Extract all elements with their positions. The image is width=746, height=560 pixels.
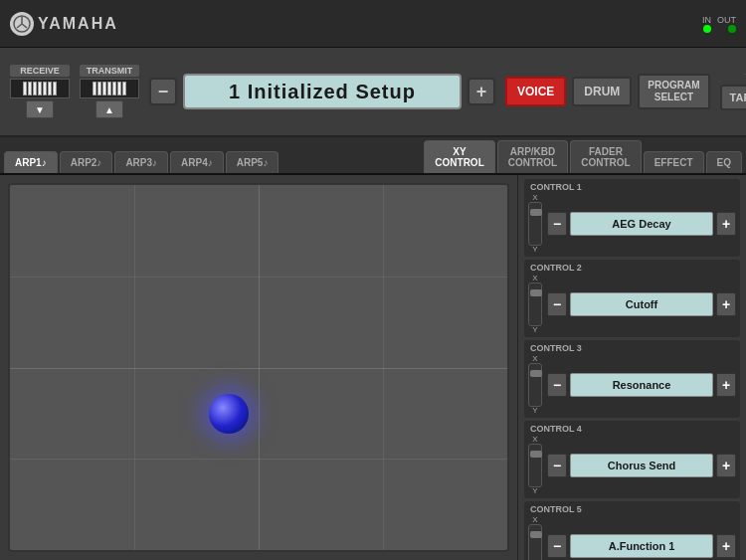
tab-arp4[interactable]: ARP4♪: [170, 151, 224, 173]
xy-pad[interactable]: [8, 183, 509, 552]
tab-arp1[interactable]: ARP1♪: [4, 151, 58, 173]
header-bar: YAMAHA IN OUT: [0, 0, 746, 48]
control-row-5: X Y − A.Function 1 +: [528, 516, 736, 560]
x-slider-2[interactable]: [528, 282, 542, 326]
transmit-keyboard-icon: [80, 79, 139, 98]
x-slider-4[interactable]: [528, 444, 542, 487]
tab-arp2[interactable]: ARP2♪: [60, 151, 113, 173]
control-block-4: CONTROL 4 X Y − Chorus Send +: [524, 421, 740, 498]
preset-prev-button[interactable]: −: [149, 78, 177, 105]
voice-button[interactable]: VOICE: [505, 77, 566, 106]
x-slider-thumb-1: [530, 209, 542, 216]
tap-button[interactable]: TAP: [720, 85, 746, 110]
control-label-1: CONTROL 1: [528, 182, 736, 192]
xy-slider-1: X Y: [528, 194, 542, 254]
preset-display: 1 Initialized Setup: [183, 74, 462, 109]
control-value-4: Chorus Send: [570, 454, 713, 477]
control-row-4: X Y − Chorus Send +: [528, 436, 736, 495]
drum-button[interactable]: DRUM: [572, 77, 632, 106]
x-slider-thumb-5: [530, 531, 542, 538]
xy-grid-h2: [10, 277, 507, 278]
control-block-1: CONTROL 1 X Y − AEG Decay +: [524, 179, 740, 257]
preset-next-button[interactable]: +: [467, 78, 495, 105]
control-label-3: CONTROL 3: [528, 343, 736, 353]
control-row-2: X Y − Cutoff +: [528, 275, 736, 334]
control-rows: CONTROL 1 X Y − AEG Decay + CONTROL 2 X: [524, 179, 740, 560]
out-label: OUT: [717, 15, 736, 25]
transmit-up-arrow[interactable]: ▲: [95, 100, 123, 118]
x-slider-5[interactable]: [528, 524, 542, 560]
transmit-block: TRANSMIT ▲: [80, 65, 139, 118]
control-block-5: CONTROL 5 X Y − A.Function 1 +: [524, 501, 740, 560]
tab-arp3[interactable]: ARP3♪: [114, 151, 168, 173]
xy-slider-2: X Y: [528, 275, 542, 334]
tabs-row: ARP1♪ ARP2♪ ARP3♪ ARP4♪ ARP5♪ XYCONTROL …: [0, 137, 746, 175]
control-label-5: CONTROL 5: [528, 504, 736, 514]
xy-grid-v3: [383, 185, 384, 550]
control-minus-3[interactable]: −: [547, 373, 567, 397]
main-content: CONTROL 1 X Y − AEG Decay + CONTROL 2 X: [0, 175, 746, 560]
x-slider-thumb-4: [530, 451, 542, 458]
controls-row: RECEIVE ▼ TRANSMIT ▲ − 1 Initialized Set…: [0, 48, 746, 137]
yamaha-logo: YAMAHA: [10, 12, 118, 36]
xy-slider-5: X Y: [528, 516, 542, 560]
control-plus-2[interactable]: +: [716, 292, 736, 316]
control-value-5: A.Function 1: [570, 534, 713, 558]
tab-effect[interactable]: EFFECT: [644, 151, 704, 173]
control-value-2: Cutoff: [570, 292, 713, 316]
control-plus-4[interactable]: +: [716, 454, 736, 477]
receive-block: RECEIVE ▼: [10, 65, 70, 118]
x-slider-3[interactable]: [528, 363, 542, 407]
receive-down-arrow[interactable]: ▼: [26, 100, 54, 118]
out-led: [728, 25, 736, 33]
xy-slider-4: X Y: [528, 436, 542, 495]
tab-arp5[interactable]: ARP5♪: [226, 151, 280, 173]
receive-label: RECEIVE: [10, 65, 70, 77]
tempo-area: TEMPO TAP 90: [720, 73, 746, 111]
transmit-label: TRANSMIT: [80, 65, 139, 77]
receive-keyboard-icon: [10, 79, 70, 98]
program-select-button[interactable]: PROGRAM SELECT: [638, 74, 709, 109]
control-block-2: CONTROL 2 X Y − Cutoff +: [524, 260, 740, 337]
in-led: [703, 25, 711, 33]
tab-arp-kbd-control[interactable]: ARP/KBDCONTROL: [497, 140, 568, 173]
xy-ball[interactable]: [209, 394, 249, 434]
x-slider-thumb-3: [530, 370, 542, 377]
xy-pad-container: [0, 175, 517, 560]
brand-name: YAMAHA: [38, 15, 118, 33]
control-row-1: X Y − AEG Decay +: [528, 194, 736, 254]
xy-grid-vertical: [259, 185, 260, 550]
control-minus-5[interactable]: −: [547, 534, 567, 558]
control-plus-1[interactable]: +: [716, 212, 736, 236]
control-row-3: X Y − Resonance +: [528, 355, 736, 415]
xy-grid-h3: [10, 459, 507, 460]
x-slider-thumb-2: [530, 289, 542, 296]
tab-fader-control[interactable]: FADERCONTROL: [570, 140, 641, 173]
in-label: IN: [702, 15, 711, 25]
control-minus-4[interactable]: −: [547, 454, 567, 477]
control-minus-2[interactable]: −: [547, 292, 567, 316]
io-indicators: IN OUT: [702, 15, 736, 33]
control-label-2: CONTROL 2: [528, 263, 736, 273]
yamaha-circle-icon: [10, 12, 34, 36]
control-label-4: CONTROL 4: [528, 424, 736, 434]
preset-area: − 1 Initialized Setup +: [149, 74, 495, 109]
xy-grid-v2: [134, 185, 135, 550]
control-minus-1[interactable]: −: [547, 212, 567, 236]
tab-eq[interactable]: EQ: [706, 151, 742, 173]
tab-xy-control[interactable]: XYCONTROL: [424, 140, 494, 173]
right-panel: CONTROL 1 X Y − AEG Decay + CONTROL 2 X: [517, 175, 746, 560]
xy-slider-3: X Y: [528, 355, 542, 415]
control-plus-3[interactable]: +: [716, 373, 736, 397]
control-value-1: AEG Decay: [570, 212, 713, 236]
mode-area: VOICE DRUM PROGRAM SELECT: [505, 74, 710, 109]
control-block-3: CONTROL 3 X Y − Resonance +: [524, 340, 740, 418]
x-slider-1[interactable]: [528, 202, 542, 246]
control-value-3: Resonance: [570, 373, 713, 397]
control-plus-5[interactable]: +: [716, 534, 736, 558]
